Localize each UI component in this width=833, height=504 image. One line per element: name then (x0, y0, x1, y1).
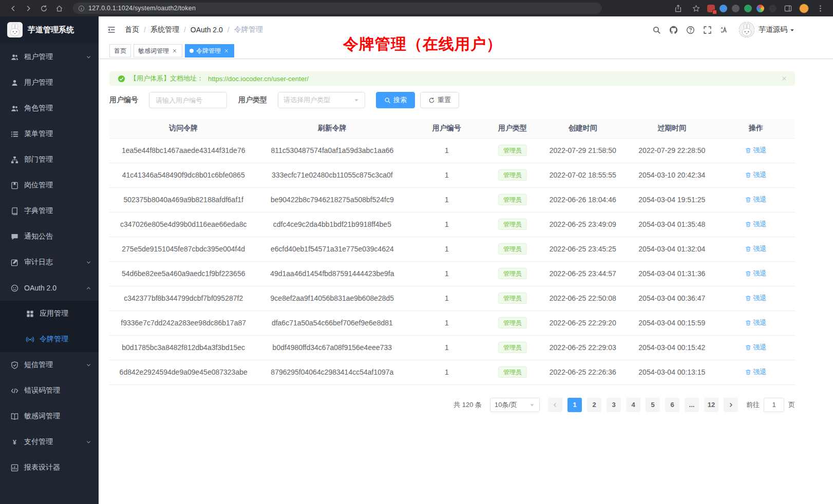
extension-icon[interactable] (707, 5, 715, 12)
cell-refresh-token: be90422b8c7946218275a508bf524fc9 (257, 187, 407, 212)
force-logout-label: 强退 (753, 170, 766, 180)
tab-oauth2-token[interactable]: 令牌管理 (185, 44, 234, 57)
home-icon[interactable] (52, 2, 66, 15)
page-size-select[interactable]: 10条/页 (490, 398, 540, 412)
sidebar-item-oauth2-app[interactable]: 应用管理 (0, 301, 99, 326)
tab-label: 令牌管理 (196, 47, 221, 55)
caret-down-icon[interactable] (789, 27, 795, 33)
sidebar-item-audit-log[interactable]: 审计日志 (0, 249, 99, 275)
reload-icon[interactable] (37, 2, 50, 15)
font-size-icon[interactable] (716, 22, 733, 38)
force-logout-button[interactable]: 强退 (745, 195, 766, 204)
sidebar-item-error-code[interactable]: 错误码管理 (0, 378, 99, 403)
cell-refresh-token: 333ecfc71e02480cb11055c875c3ca0f (257, 163, 407, 187)
breadcrumb-item[interactable]: 系统管理 (150, 25, 179, 34)
pagination-page-3[interactable]: 3 (607, 398, 621, 412)
sidebar-item-oauth2[interactable]: OAuth 2.0 (0, 275, 99, 301)
force-logout-button[interactable]: 强退 (745, 343, 766, 352)
pagination-more-button[interactable]: ... (685, 398, 699, 412)
extension-icon[interactable] (756, 5, 764, 12)
github-icon[interactable] (665, 22, 682, 38)
chart-icon (10, 463, 18, 472)
force-logout-button[interactable]: 强退 (745, 294, 766, 303)
browser-menu-icon[interactable] (813, 2, 827, 15)
breadcrumb-item[interactable]: 首页 (125, 25, 139, 34)
tab-label: 敏感词管理 (138, 47, 169, 55)
table-row: f9336e7c7dd242a283ee98dc86b17a87dfa6c71a… (109, 311, 795, 335)
app-logo[interactable]: 芋道管理系统 (0, 16, 99, 43)
pagination-prev-button[interactable] (548, 398, 562, 412)
sidebar-item-role[interactable]: 角色管理 (0, 95, 99, 121)
user-type-select[interactable]: 请选择用户类型 (278, 92, 365, 108)
sidebar-item-sensitive-word[interactable]: 敏感词管理 (0, 403, 99, 429)
cell-expire-time: 2054-03-04 00:13:15 (627, 360, 717, 384)
pagination-page-5[interactable]: 5 (646, 398, 660, 412)
browser-profile-avatar[interactable] (799, 4, 809, 13)
user-avatar[interactable] (739, 22, 754, 37)
breadcrumb-item[interactable]: OAuth 2.0 (191, 26, 223, 34)
pagination-page-1[interactable]: 1 (567, 398, 582, 412)
help-icon[interactable] (682, 22, 699, 38)
cell-access-token: 275e5de9151045fe87cbdc395e004f4d (109, 237, 257, 261)
forward-icon[interactable] (22, 2, 35, 15)
sidebar-item-tenant[interactable]: 租户管理 (0, 44, 99, 70)
force-logout-button[interactable]: 强退 (745, 220, 766, 229)
reset-button[interactable]: 重置 (420, 92, 459, 108)
force-logout-button[interactable]: 强退 (745, 244, 766, 254)
delete-icon (745, 246, 751, 252)
bookmark-star-icon[interactable] (689, 2, 703, 15)
fullscreen-icon[interactable] (699, 22, 716, 38)
tab-home[interactable]: 首页 (109, 44, 131, 57)
sidebar-item-notice[interactable]: 通知公告 (0, 224, 99, 249)
sidebar-item-menu[interactable]: 菜单管理 (0, 121, 99, 147)
force-logout-button[interactable]: 强退 (745, 170, 766, 180)
site-info-icon[interactable] (78, 5, 85, 12)
side-panel-icon[interactable] (781, 2, 794, 15)
cell-refresh-token: dfa6c71a50a54c66bef706ef9e6e8d81 (257, 311, 407, 335)
pagination-page-12[interactable]: 12 (704, 398, 718, 412)
pagination-page-2[interactable]: 2 (587, 398, 601, 412)
user-id-input[interactable] (149, 92, 227, 108)
sidebar-item-label: 菜单管理 (24, 129, 91, 139)
goto-unit: 页 (788, 400, 795, 410)
force-logout-button[interactable]: 强退 (745, 367, 766, 377)
tab-close-icon[interactable] (223, 48, 230, 54)
breadcrumb-item[interactable]: 令牌管理 (234, 25, 263, 34)
force-logout-button[interactable]: 强退 (745, 318, 766, 327)
sidebar-item-pay[interactable]: ¥支付管理 (0, 429, 99, 455)
sidebar-item-sms[interactable]: 短信管理 (0, 352, 99, 378)
user-type-label: 用户类型 (238, 95, 267, 105)
extension-icon[interactable] (732, 5, 740, 12)
pagination-next-button[interactable] (724, 398, 738, 412)
table-row: 275e5de9151045fe87cbdc395e004f4de6cfd40e… (109, 237, 795, 261)
address-bar[interactable]: 127.0.0.1:1024/system/oauth2/token (73, 3, 602, 14)
extension-icon[interactable] (744, 5, 752, 12)
goto-page-input[interactable] (764, 398, 784, 412)
share-icon[interactable] (671, 2, 685, 15)
sidebar-item-report[interactable]: 报表设计器 (0, 455, 99, 480)
sidebar-item-post[interactable]: 岗位管理 (0, 172, 99, 198)
sidebar-item-dept[interactable]: 部门管理 (0, 147, 99, 172)
pagination-page-4[interactable]: 4 (626, 398, 640, 412)
cell-refresh-token: b0df4980ffd34c67a08f9156e4eee733 (257, 335, 407, 360)
sidebar-item-user[interactable]: 用户管理 (0, 70, 99, 95)
back-icon[interactable] (6, 2, 20, 15)
extension-icon[interactable] (720, 5, 727, 12)
pagination-page-6[interactable]: 6 (665, 398, 679, 412)
sidebar-item-oauth2-token[interactable]: 令牌管理 (0, 326, 99, 352)
force-logout-button[interactable]: 强退 (745, 269, 766, 278)
extension-icon[interactable] (769, 5, 777, 12)
tab-sensitive-word[interactable]: 敏感词管理 (134, 44, 182, 57)
search-button-label: 搜索 (393, 95, 407, 105)
force-logout-button[interactable]: 强退 (745, 146, 766, 155)
force-logout-label: 强退 (753, 195, 766, 204)
alert-close-icon[interactable] (781, 75, 787, 82)
search-button[interactable]: 搜索 (376, 92, 415, 108)
chevron-up-icon (86, 285, 91, 291)
alert-doc-link[interactable]: https://doc.iocoder.cn/user-center/ (208, 75, 309, 83)
tab-close-icon[interactable] (172, 48, 178, 54)
search-icon[interactable] (648, 22, 665, 38)
search-icon (384, 97, 391, 104)
sidebar-item-dict[interactable]: 字典管理 (0, 198, 99, 224)
sidebar-fold-icon[interactable] (106, 24, 117, 35)
